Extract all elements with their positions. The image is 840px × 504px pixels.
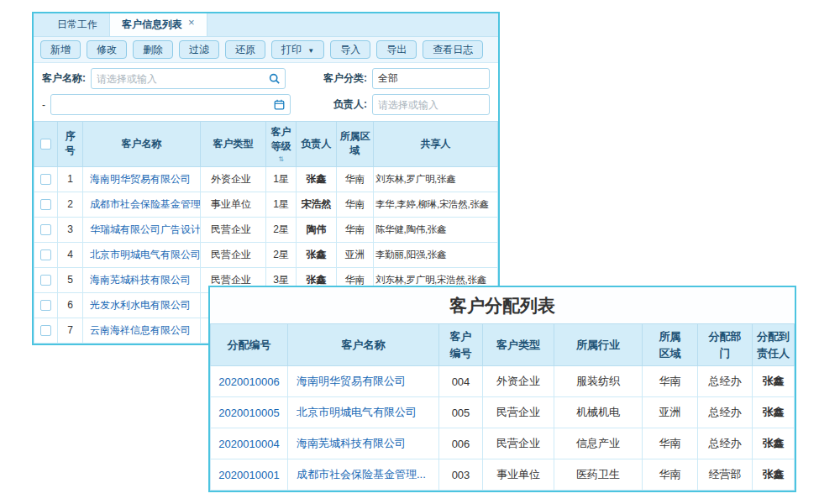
customer-name-link[interactable]: 光发水利水电有限公司 — [90, 299, 191, 311]
table-row[interactable]: 2020010006 海南明华贸易有限公司 004 外资企业 服装纺织 华南 总… — [211, 366, 795, 397]
column-header-region[interactable]: 所属区域 — [643, 324, 698, 366]
cell-cust-no: 004 — [439, 366, 483, 397]
column-header-name[interactable]: 客户名称 — [288, 324, 439, 366]
row-checkbox[interactable] — [40, 325, 51, 336]
tab-close-icon[interactable]: × — [188, 16, 195, 29]
cell-level: 2星 — [266, 242, 297, 267]
cell-type: 外资企业 — [201, 166, 266, 192]
allocation-number-link[interactable]: 2020010006 — [218, 375, 279, 388]
cell-owner[interactable]: 张鑫 — [297, 166, 337, 192]
column-header-name[interactable]: 客户名称 — [83, 122, 201, 167]
cell-owner[interactable]: 宋浩然 — [297, 192, 337, 217]
table-row[interactable]: 2020010001 成都市社会保险基金管理... 003 事业单位 医药卫生 … — [211, 459, 795, 491]
column-header-type[interactable]: 客户类型 — [483, 324, 554, 366]
row-checkbox[interactable] — [40, 300, 51, 311]
select-all-checkbox[interactable] — [40, 139, 51, 150]
cell-shared: 刘东林,罗广明,张鑫 — [374, 166, 498, 192]
column-header-shared[interactable]: 共享人 — [374, 122, 498, 167]
allocation-table-header-row: 分配编号 客户名称 客户编号 客户类型 所属行业 所属区域 分配部门 分配到责任… — [211, 324, 795, 366]
customer-name-link[interactable]: 华瑞城有限公司广告设计部 — [90, 223, 201, 235]
cell-assignee[interactable]: 张鑫 — [753, 366, 795, 397]
toolbar: 新增 修改 删除 过滤 还原 打印 ▼ 导入 导出 查看日志 — [34, 37, 498, 63]
cell-assignee[interactable]: 张鑫 — [753, 428, 795, 459]
tab-customer-info-list[interactable]: 客户信息列表 × — [109, 13, 207, 36]
cell-dept: 总经办 — [698, 397, 753, 428]
column-header-region[interactable]: 所属区域 — [337, 122, 374, 167]
cell-assignee[interactable]: 张鑫 — [753, 397, 795, 428]
tab-daily-work[interactable]: 日常工作 — [45, 13, 109, 36]
column-header-dept[interactable]: 分配部门 — [698, 324, 753, 366]
cell-owner[interactable]: 陶伟 — [297, 217, 337, 242]
customer-category-inputbox — [372, 68, 490, 89]
cell-cust-no: 003 — [439, 459, 483, 491]
customer-name-link[interactable]: 北京市明城电气有限公司 — [90, 249, 201, 260]
customer-name-link[interactable]: 海南芜城科技有限公司 — [90, 274, 191, 286]
allocation-number-link[interactable]: 2020010004 — [218, 438, 279, 450]
filter-button[interactable]: 过滤 — [179, 40, 219, 59]
cell-name: 成都市社会保险基金管理... — [83, 192, 201, 217]
sort-icon[interactable]: ⇅ — [268, 156, 294, 163]
row-checkbox[interactable] — [40, 249, 51, 260]
column-header-alloc-no[interactable]: 分配编号 — [211, 324, 288, 366]
table-row[interactable]: 2020010004 海南芜城科技有限公司 006 民营企业 信息产业 华南 总… — [211, 428, 795, 459]
column-header-assignee[interactable]: 分配到责任人 — [753, 324, 795, 366]
customer-name-link[interactable]: 成都市社会保险基金管理... — [297, 468, 426, 480]
restore-button[interactable]: 还原 — [225, 40, 265, 59]
cell-region: 华南 — [643, 459, 698, 491]
export-button[interactable]: 导出 — [376, 40, 417, 59]
customer-name-link[interactable]: 海南明华贸易有限公司 — [90, 173, 191, 185]
cell-assignee[interactable]: 张鑫 — [753, 459, 795, 491]
cell-owner[interactable]: 张鑫 — [297, 242, 337, 267]
row-checkbox[interactable] — [40, 199, 51, 210]
table-row[interactable]: 2 成都市社会保险基金管理... 事业单位 1星 宋浩然 华南 李华,李婷,柳琳… — [34, 192, 498, 217]
cell-name: 海南芜城科技有限公司 — [83, 267, 201, 292]
cell-type: 民营企业 — [483, 397, 554, 428]
edit-button[interactable]: 修改 — [87, 40, 127, 59]
column-header-type[interactable]: 客户类型 — [201, 122, 266, 167]
cell-industry: 服装纺织 — [554, 366, 643, 397]
date-inputbox — [50, 94, 291, 115]
row-checkbox[interactable] — [40, 275, 51, 286]
customer-name-link[interactable]: 成都市社会保险基金管理... — [90, 198, 201, 210]
customer-name-input[interactable] — [92, 73, 269, 85]
column-header-industry[interactable]: 所属行业 — [554, 324, 643, 366]
column-header-no[interactable]: 序号 — [58, 122, 83, 167]
date-input[interactable] — [51, 99, 274, 111]
customer-name-link[interactable]: 海南明华贸易有限公司 — [297, 375, 406, 387]
table-row[interactable]: 4 北京市明城电气有限公司 民营企业 2星 张鑫 亚洲 李勤丽,阳强,张鑫 — [34, 242, 498, 267]
owner-filter-group: 负责人: — [333, 94, 490, 115]
row-checkbox[interactable] — [40, 174, 51, 185]
cell-name: 海南明华贸易有限公司 — [288, 366, 439, 397]
allocation-number-link[interactable]: 2020010005 — [218, 407, 279, 419]
calendar-icon[interactable] — [274, 99, 285, 110]
customer-name-label: 客户名称: — [42, 71, 86, 86]
cell-alloc-no: 2020010004 — [211, 428, 288, 459]
view-log-button[interactable]: 查看日志 — [423, 40, 483, 59]
customer-name-link[interactable]: 海南芜城科技有限公司 — [297, 437, 406, 449]
print-button[interactable]: 打印 ▼ — [271, 40, 324, 59]
owner-input[interactable] — [373, 99, 489, 111]
cell-dept: 经营部 — [698, 459, 753, 491]
tab-customer-info-list-label: 客户信息列表 — [122, 18, 182, 32]
table-row[interactable]: 1 海南明华贸易有限公司 外资企业 1星 张鑫 华南 刘东林,罗广明,张鑫 — [34, 166, 498, 192]
customer-name-link[interactable]: 北京市明城电气有限公司 — [297, 406, 417, 418]
cell-no: 4 — [58, 242, 83, 267]
customer-name-link[interactable]: 云南海祥信息有限公司 — [90, 324, 191, 336]
table-row[interactable]: 2020010005 北京市明城电气有限公司 005 民营企业 机械机电 亚洲 … — [211, 397, 795, 428]
column-header-owner[interactable]: 负责人 — [297, 122, 337, 167]
add-button[interactable]: 新增 — [40, 40, 81, 59]
import-button[interactable]: 导入 — [330, 40, 370, 59]
search-icon[interactable] — [269, 73, 280, 84]
table-row[interactable]: 3 华瑞城有限公司广告设计部 民营企业 2星 陶伟 华南 陈华健,陶伟,张鑫 — [34, 217, 498, 242]
column-header-level[interactable]: 客户等级 ⇅ — [266, 122, 297, 167]
category-filter-group: 客户分类: — [323, 68, 490, 89]
row-checkbox[interactable] — [40, 224, 51, 235]
cell-name: 华瑞城有限公司广告设计部 — [83, 217, 201, 242]
customer-category-input[interactable] — [373, 73, 489, 85]
delete-button[interactable]: 删除 — [133, 40, 173, 59]
column-header-cust-no[interactable]: 客户编号 — [439, 324, 483, 366]
allocation-number-link[interactable]: 2020010001 — [218, 469, 279, 481]
cell-no: 2 — [58, 192, 83, 217]
cell-shared: 李华,李婷,柳琳,宋浩然,张鑫 — [374, 192, 498, 217]
cell-level: 1星 — [266, 192, 297, 217]
